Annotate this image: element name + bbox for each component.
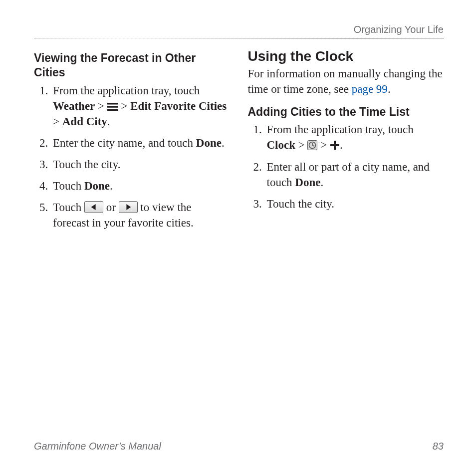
period: .	[320, 176, 323, 189]
sep: >	[118, 100, 130, 112]
add-city-label: Add City	[62, 115, 107, 128]
manual-title: Garminfone Owner’s Manual	[34, 441, 161, 452]
period: .	[388, 83, 391, 95]
list-item: Enter the city name, and touch Done.	[51, 135, 230, 151]
period: .	[107, 115, 110, 128]
plus-icon	[330, 140, 340, 150]
list-item: Touch the city.	[265, 196, 444, 212]
step-text: Touch the city.	[267, 198, 335, 210]
clock-icon	[307, 140, 317, 150]
forecast-steps: From the application tray, touch Weather…	[34, 83, 230, 231]
list-item: From the application tray, touch Clock >…	[265, 122, 444, 153]
period: .	[110, 180, 113, 192]
page-number: 83	[433, 441, 444, 452]
adding-cities-heading: Adding Cities to the Time List	[248, 105, 444, 119]
next-arrow-icon	[119, 201, 138, 213]
clock-lead: For information on manually changing the…	[248, 66, 444, 97]
forecast-heading: Viewing the Forecast in Other Cities	[34, 51, 230, 80]
period: .	[222, 137, 225, 149]
list-icon	[107, 102, 118, 111]
list-item: Enter all or part of a city name, and to…	[265, 159, 444, 190]
list-item: From the application tray, touch Weather…	[51, 83, 230, 129]
sep: >	[295, 139, 307, 151]
list-item: Touch the city.	[51, 157, 230, 172]
clock-steps: From the application tray, touch Clock >…	[248, 122, 444, 211]
period: .	[340, 139, 343, 151]
done-label: Done	[295, 176, 320, 189]
page-footer: Garminfone Owner’s Manual 83	[34, 441, 444, 452]
sep: >	[317, 139, 329, 151]
sep: >	[53, 115, 62, 128]
page-99-link[interactable]: page 99	[352, 83, 388, 95]
svg-rect-1	[107, 106, 118, 108]
manual-page: Organizing Your Life Viewing the Forecas…	[0, 0, 476, 476]
running-head: Organizing Your Life	[34, 24, 444, 38]
using-the-clock-heading: Using the Clock	[248, 48, 444, 65]
step-text: From the application tray, touch	[53, 84, 200, 97]
step-text: Touch	[53, 201, 84, 214]
content-columns: Viewing the Forecast in Other Cities Fro…	[34, 48, 444, 237]
previous-arrow-icon	[84, 201, 103, 213]
left-column: Viewing the Forecast in Other Cities Fro…	[34, 48, 230, 237]
lead-text: For information on manually changing the…	[248, 67, 443, 95]
step-text: Touch	[53, 180, 84, 192]
done-label: Done	[84, 180, 110, 192]
header-rule	[34, 38, 444, 39]
done-label: Done	[196, 137, 222, 149]
step-text: or	[103, 201, 119, 214]
step-text: Enter the city name, and touch	[53, 137, 196, 149]
right-column: Using the Clock For information on manua…	[248, 48, 444, 237]
step-text: Enter all or part of a city name, and to…	[267, 161, 430, 189]
svg-rect-8	[330, 144, 339, 146]
clock-label: Clock	[267, 139, 296, 151]
step-text: From the application tray, touch	[267, 123, 414, 136]
list-item: Touch Done.	[51, 178, 230, 194]
list-item: Touch or to view the forecast in your fa…	[51, 200, 230, 231]
svg-rect-2	[107, 109, 118, 111]
svg-rect-0	[107, 103, 118, 105]
weather-label: Weather	[53, 100, 95, 112]
step-text: Touch the city.	[53, 158, 121, 171]
edit-favorite-cities-label: Edit Favorite Cities	[130, 100, 227, 112]
sep: >	[95, 100, 107, 112]
